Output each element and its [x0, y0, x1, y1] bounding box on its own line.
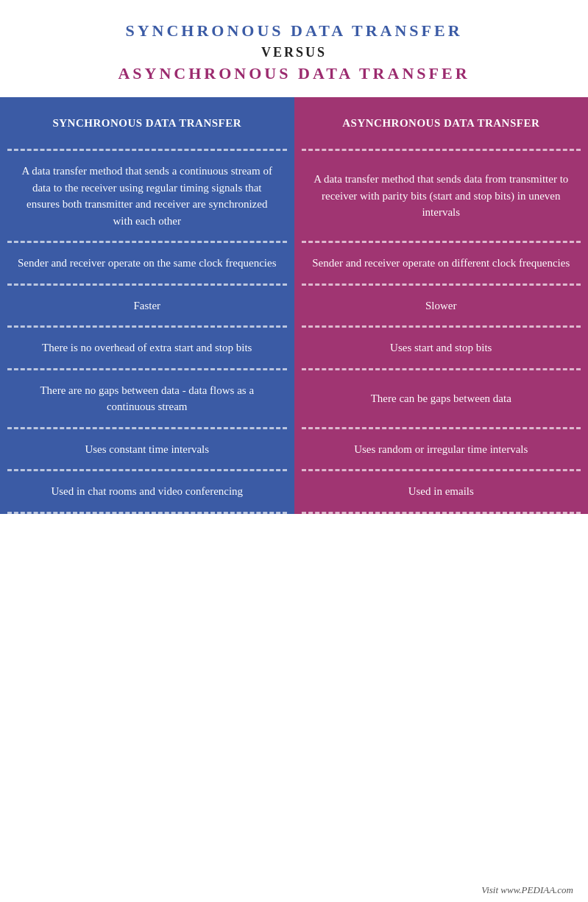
- footer-text: Visit www.PEDIAA.com: [481, 884, 573, 895]
- versus-label: VERSUS: [15, 45, 573, 60]
- left-cell-0: A data transfer method that sends a cont…: [0, 151, 294, 241]
- right-cell-2: Slower: [294, 286, 589, 326]
- table-row-0: A data transfer method that sends a cont…: [0, 151, 588, 241]
- right-cell-6: Used in emails: [294, 471, 589, 512]
- title-sync: SYNCHRONOUS DATA TRANSFER: [15, 21, 573, 42]
- right-cell-3: Uses start and stop bits: [294, 328, 589, 368]
- table-row-5: Uses constant time intervalsUses random …: [0, 429, 588, 470]
- header: SYNCHRONOUS DATA TRANSFER VERSUS ASYNCHR…: [0, 0, 588, 97]
- table-row-6: Used in chat rooms and video conferencin…: [0, 471, 588, 512]
- left-cell-5: Uses constant time intervals: [0, 429, 294, 470]
- left-cell-3: There is no overhead of extra start and …: [0, 328, 294, 368]
- right-column-header: ASYNCHRONOUS DATA TRANSFER: [294, 97, 589, 149]
- left-cell-1: Sender and receiver operate on the same …: [0, 243, 294, 283]
- table-row-1: Sender and receiver operate on the same …: [0, 243, 588, 283]
- table-row-2: FasterSlower: [0, 286, 588, 326]
- left-column-header: SYNCHRONOUS DATA TRANSFER: [0, 97, 294, 149]
- left-cell-2: Faster: [0, 286, 294, 326]
- divider-last: [0, 512, 588, 514]
- footer: Visit www.PEDIAA.com: [0, 878, 588, 902]
- left-cell-6: Used in chat rooms and video conferencin…: [0, 471, 294, 512]
- column-headers: SYNCHRONOUS DATA TRANSFERASYNCHRONOUS DA…: [0, 97, 588, 149]
- comparison-table: SYNCHRONOUS DATA TRANSFERASYNCHRONOUS DA…: [0, 97, 588, 878]
- right-cell-5: Uses random or irregular time intervals: [294, 429, 589, 470]
- table-row-3: There is no overhead of extra start and …: [0, 328, 588, 368]
- right-cell-0: A data transfer method that sends data f…: [294, 151, 589, 241]
- left-cell-4: There are no gaps between data - data fl…: [0, 370, 294, 427]
- table-row-4: There are no gaps between data - data fl…: [0, 370, 588, 427]
- title-async: ASYNCHRONOUS DATA TRANSFER: [15, 63, 573, 85]
- right-cell-1: Sender and receiver operate on different…: [294, 243, 589, 283]
- right-cell-4: There can be gaps between data: [294, 370, 589, 427]
